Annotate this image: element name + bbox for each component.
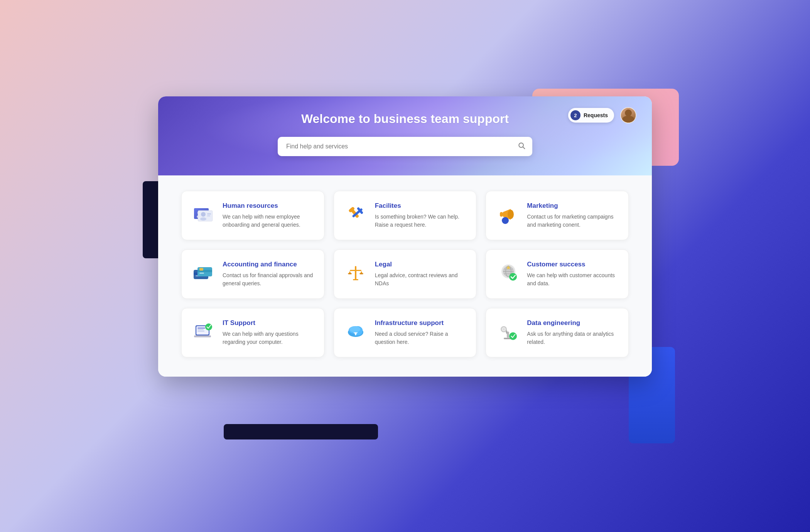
svg-point-17	[508, 210, 514, 219]
svg-point-38	[509, 273, 517, 281]
service-card-marketing[interactable]: Marketing Contact us for marketing campa…	[486, 191, 629, 240]
accounting-desc: Contact us for financial approvals and g…	[223, 271, 315, 288]
svg-point-60	[509, 332, 517, 340]
page-title: Welcome to business team support	[181, 112, 629, 126]
service-card-infrastructure[interactable]: Infrastructure support Need a cloud serv…	[334, 308, 477, 357]
service-card-data-engineering[interactable]: Data engineering Ask us for anything dat…	[486, 308, 629, 357]
search-bar	[278, 137, 532, 156]
accounting-title: Accounting and finance	[223, 261, 315, 268]
accounting-icon	[191, 261, 216, 285]
it-support-title: IT Support	[223, 319, 315, 327]
service-card-it-support[interactable]: IT Support We can help with any question…	[181, 308, 324, 357]
infrastructure-desc: Need a cloud service? Raise a question h…	[375, 330, 467, 346]
hr-desc: We can help with new employee onboarding…	[223, 213, 315, 229]
svg-rect-25	[199, 273, 204, 274]
customer-success-desc: We can help with customer accounts and d…	[527, 271, 619, 288]
svg-rect-45	[197, 331, 204, 332]
svg-point-10	[200, 217, 206, 221]
svg-point-30	[359, 273, 363, 274]
main-card: 2 Requests Welcome to business team supp…	[158, 96, 652, 377]
facilities-title: Facilites	[375, 202, 467, 210]
data-engineering-icon	[495, 319, 520, 344]
customer-success-title: Customer success	[527, 261, 619, 268]
legal-text: Legal Legal advice, contract reviews and…	[375, 261, 467, 288]
legal-desc: Legal advice, contract reviews and NDAs	[375, 271, 467, 288]
hr-title: Human resources	[223, 202, 315, 210]
services-grid: Human resources We can help with new emp…	[181, 191, 629, 357]
svg-rect-28	[350, 270, 361, 271]
infrastructure-text: Infrastructure support Need a cloud serv…	[375, 319, 467, 346]
outer-wrapper: 2 Requests Welcome to business team supp…	[147, 96, 663, 436]
customer-success-text: Customer success We can help with custom…	[527, 261, 619, 288]
data-engineering-desc: Ask us for anything data or analytics re…	[527, 330, 619, 346]
svg-rect-43	[197, 328, 205, 328]
data-engineering-text: Data engineering Ask us for anything dat…	[527, 319, 619, 346]
accounting-text: Accounting and finance Contact us for fi…	[223, 261, 315, 288]
search-icon	[518, 142, 525, 152]
svg-rect-11	[207, 214, 211, 214]
svg-rect-53	[355, 332, 356, 335]
service-card-facilities[interactable]: Facilites Is something broken? We can he…	[334, 191, 477, 240]
service-card-legal[interactable]: Legal Legal advice, contract reviews and…	[334, 249, 477, 299]
header: 2 Requests Welcome to business team supp…	[158, 96, 652, 175]
service-card-accounting[interactable]: Accounting and finance Contact us for fi…	[181, 249, 324, 299]
service-card-human-resources[interactable]: Human resources We can help with new emp…	[181, 191, 324, 240]
svg-rect-12	[207, 215, 210, 216]
svg-rect-27	[355, 266, 356, 280]
svg-rect-44	[197, 329, 204, 330]
search-input[interactable]	[278, 137, 532, 156]
facilities-text: Facilites Is something broken? We can he…	[375, 202, 467, 229]
svg-point-9	[201, 212, 206, 217]
marketing-title: Marketing	[527, 202, 619, 210]
legal-title: Legal	[375, 261, 467, 268]
svg-rect-18	[500, 212, 503, 217]
it-support-icon	[191, 319, 216, 344]
facilities-icon	[343, 202, 368, 227]
content-area: Human resources We can help with new emp…	[158, 175, 652, 377]
hr-icon	[191, 202, 216, 227]
facilities-desc: Is something broken? We can help. Raise …	[375, 213, 467, 229]
data-engineering-title: Data engineering	[527, 319, 619, 327]
hr-text: Human resources We can help with new emp…	[223, 202, 315, 229]
legal-icon	[343, 261, 368, 285]
marketing-icon	[495, 202, 520, 227]
marketing-text: Marketing Contact us for marketing campa…	[527, 202, 619, 229]
svg-point-59	[503, 328, 505, 330]
it-support-desc: We can help with any questions regarding…	[223, 330, 315, 346]
svg-rect-31	[353, 279, 358, 280]
infrastructure-icon	[343, 319, 368, 344]
it-support-text: IT Support We can help with any question…	[223, 319, 315, 346]
customer-success-icon	[495, 261, 520, 285]
svg-point-46	[205, 323, 212, 330]
svg-rect-42	[194, 335, 211, 337]
bg-accent-bottom	[224, 424, 378, 439]
svg-point-29	[348, 273, 352, 274]
svg-rect-26	[199, 268, 203, 271]
svg-line-1	[523, 147, 525, 149]
svg-point-51	[349, 326, 360, 332]
infrastructure-title: Infrastructure support	[375, 319, 467, 327]
svg-point-19	[502, 217, 509, 224]
service-card-customer-success[interactable]: Customer success We can help with custom…	[486, 249, 629, 299]
marketing-desc: Contact us for marketing campaigns and m…	[527, 213, 619, 229]
